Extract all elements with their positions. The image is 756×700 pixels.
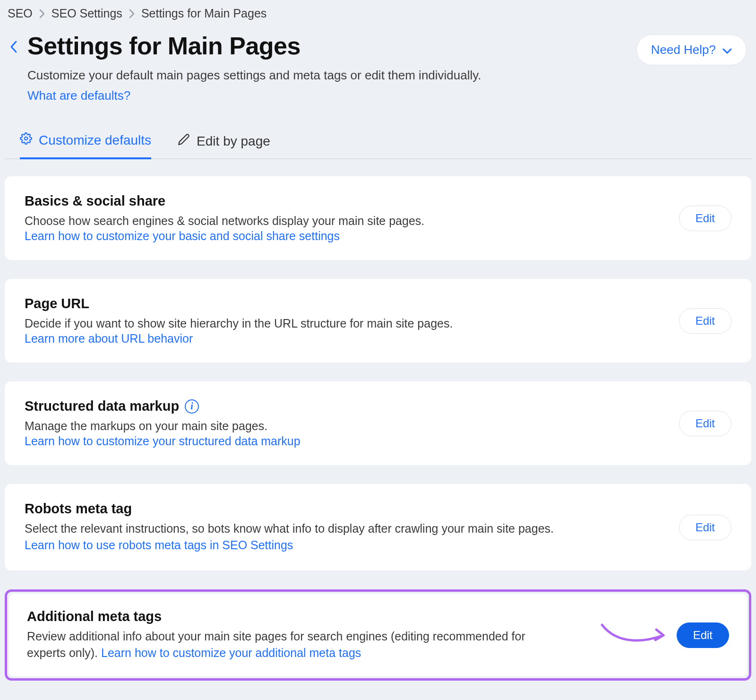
need-help-button[interactable]: Need Help?: [636, 35, 747, 65]
edit-button-basics[interactable]: Edit: [679, 206, 731, 231]
card-link-page-url[interactable]: Learn more about URL behavior: [25, 332, 193, 345]
page-subtitle: Customize your default main pages settin…: [27, 67, 481, 84]
chevron-right-icon: [129, 9, 135, 18]
card-link-basics[interactable]: Learn how to customize your basic and so…: [25, 229, 340, 242]
card-page-url: Page URL Decide if you want to show site…: [5, 279, 751, 363]
breadcrumb: SEO SEO Settings Settings for Main Pages: [5, 5, 751, 32]
card-title-additional: Additional meta tags: [27, 609, 658, 624]
card-title-basics: Basics & social share: [25, 193, 660, 209]
card-link-robots[interactable]: Learn how to use robots meta tags in SEO…: [25, 538, 293, 552]
card-robots-meta: Robots meta tag Select the relevant inst…: [5, 484, 751, 570]
breadcrumb-seo[interactable]: SEO: [8, 7, 33, 20]
edit-button-structured[interactable]: Edit: [679, 411, 731, 436]
page-title: Settings for Main Pages: [27, 32, 481, 60]
svg-point-0: [25, 137, 28, 140]
tabs: Customize defaults Edit by page: [5, 132, 751, 159]
gear-icon: [20, 132, 32, 148]
edit-button-robots[interactable]: Edit: [679, 515, 731, 540]
card-desc-page-url: Decide if you want to show site hierarch…: [25, 315, 554, 332]
card-desc-robots: Select the relevant instructions, so bot…: [25, 520, 554, 553]
tab-customize-label: Customize defaults: [39, 133, 151, 148]
card-desc-additional: Review additional info about your main s…: [27, 628, 556, 661]
what-are-defaults-link[interactable]: What are defaults?: [27, 88, 130, 103]
card-link-structured[interactable]: Learn how to customize your structured d…: [25, 434, 301, 448]
breadcrumb-seo-settings[interactable]: SEO Settings: [52, 7, 122, 20]
tab-edit-by-page-label: Edit by page: [197, 134, 270, 149]
card-link-additional[interactable]: Learn how to customize your additional m…: [101, 646, 361, 659]
edit-button-additional[interactable]: Edit: [677, 622, 729, 648]
card-title-robots: Robots meta tag: [25, 501, 660, 517]
highlight-additional-meta: Additional meta tags Review additional i…: [5, 589, 751, 681]
card-additional-meta: Additional meta tags Review additional i…: [9, 594, 747, 676]
card-desc-basics: Choose how search engines & social netwo…: [25, 213, 554, 229]
breadcrumb-current: Settings for Main Pages: [141, 7, 266, 20]
edit-button-page-url[interactable]: Edit: [679, 308, 731, 334]
back-icon[interactable]: [9, 32, 18, 55]
settings-cards: Basics & social share Choose how search …: [5, 176, 751, 681]
need-help-label: Need Help?: [651, 43, 716, 57]
card-title-structured: Structured data markup i: [25, 398, 660, 414]
card-desc-structured: Manage the markups on your main site pag…: [25, 418, 554, 434]
card-basics-social-share: Basics & social share Choose how search …: [5, 176, 751, 260]
chevron-right-icon: [39, 9, 45, 18]
pencil-icon: [178, 133, 190, 149]
tab-edit-by-page[interactable]: Edit by page: [178, 132, 270, 159]
chevron-down-icon: [722, 43, 732, 57]
card-structured-data: Structured data markup i Manage the mark…: [5, 381, 751, 465]
tab-customize-defaults[interactable]: Customize defaults: [20, 132, 151, 159]
card-desc-robots-text: Select the relevant instructions, so bot…: [25, 522, 554, 535]
card-title-page-url: Page URL: [25, 296, 660, 311]
card-title-structured-text: Structured data markup: [25, 398, 179, 414]
info-icon[interactable]: i: [185, 399, 199, 414]
page-header: Settings for Main Pages Customize your d…: [5, 32, 751, 103]
